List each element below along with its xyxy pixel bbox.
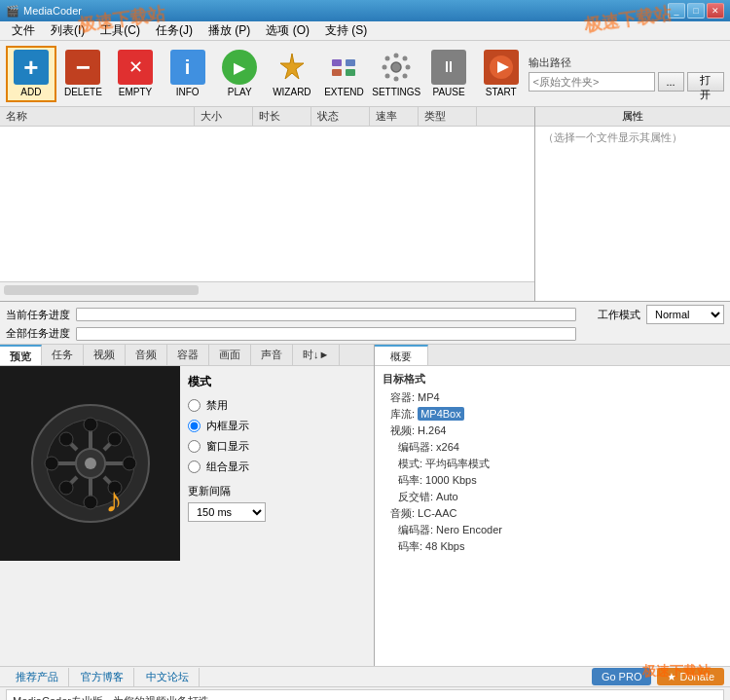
info-label: INFO — [176, 87, 200, 97]
minimize-button[interactable]: _ — [668, 3, 685, 18]
horizontal-scrollbar[interactable] — [0, 281, 534, 297]
play-button[interactable]: ▶ PLAY — [214, 46, 265, 102]
svg-point-12 — [403, 56, 408, 61]
svg-point-35 — [59, 481, 73, 495]
container-info: 容器: MP4 — [390, 390, 722, 405]
info-area: MediaCoder专业版 - 为您的视频业务打造 MediaCoder VOD… — [6, 689, 724, 700]
interval-label: 更新间隔 — [188, 484, 366, 498]
svg-point-7 — [394, 77, 399, 82]
settings-icon — [379, 50, 414, 85]
pause-label: PAUSE — [433, 87, 465, 97]
recommended-link[interactable]: 推荐产品 — [6, 668, 69, 686]
empty-button[interactable]: ✕ EMPTY — [110, 46, 161, 102]
open-button[interactable]: 打开 — [687, 72, 724, 92]
blog-link[interactable]: 官方博客 — [71, 668, 134, 686]
settings-button[interactable]: SETTINGS — [371, 46, 421, 102]
properties-body: （选择一个文件显示其属性） — [535, 127, 730, 149]
svg-point-32 — [59, 432, 73, 446]
current-progress-bar — [76, 308, 576, 321]
tab-container[interactable]: 容器 — [167, 345, 209, 365]
left-panel: 预览 任务 视频 音频 容器 画面 声音 时↓► — [0, 345, 375, 666]
svg-point-10 — [385, 56, 390, 61]
svg-point-34 — [108, 432, 122, 446]
empty-label: EMPTY — [119, 87, 152, 97]
donate-button[interactable]: ★ Donate — [657, 668, 724, 685]
tab-task[interactable]: 任务 — [42, 345, 84, 365]
menu-play[interactable]: 播放 (P) — [201, 20, 258, 41]
svg-point-28 — [84, 418, 97, 431]
forum-link[interactable]: 中文论坛 — [136, 668, 200, 686]
browse-button[interactable]: ... — [658, 72, 684, 92]
interval-select[interactable]: 150 ms 50 ms 100 ms 200 ms 500 ms — [188, 502, 266, 522]
current-progress-label: 当前任务进度 — [6, 308, 70, 322]
menu-options[interactable]: 选项 (O) — [258, 20, 317, 41]
tab-time[interactable]: 时↓► — [293, 345, 340, 365]
app-icon: 🎬 — [6, 5, 19, 18]
mode-combo[interactable]: 组合显示 — [188, 460, 366, 474]
delete-button[interactable]: − DELETE — [58, 46, 109, 102]
bottom-links: 推荐产品 官方博客 中文论坛 Go PRO ★ Donate — [0, 666, 730, 687]
info-line-1: MediaCoder专业版 - 为您的视频业务打造 — [13, 693, 717, 700]
tab-frame[interactable]: 画面 — [209, 345, 251, 365]
svg-point-8 — [383, 65, 387, 70]
tab-audio[interactable]: 音频 — [126, 345, 167, 365]
pause-button[interactable]: ⏸ PAUSE — [423, 46, 474, 102]
tabs-section: 预览 任务 视频 音频 容器 画面 声音 时↓► — [0, 345, 730, 666]
toolbar: + ADD − DELETE ✕ EMPTY i INFO ▶ PLAY — [0, 41, 730, 107]
col-header-name: 名称 — [0, 107, 195, 126]
work-mode-select[interactable]: Normal Batch Custom — [646, 305, 724, 324]
svg-point-6 — [394, 54, 399, 58]
library-highlight: MP4Box — [418, 407, 464, 421]
extend-label: EXTEND — [324, 87, 364, 97]
menu-tools[interactable]: 工具(C) — [92, 20, 148, 41]
mode-inframe[interactable]: 内框显示 — [188, 419, 366, 433]
col-header-status: 状态 — [311, 107, 370, 126]
total-progress-label: 全部任务进度 — [6, 326, 70, 341]
delete-icon: − — [65, 50, 100, 85]
work-mode-label: 工作模式 — [582, 308, 640, 322]
svg-point-31 — [123, 457, 136, 470]
tab-video[interactable]: 视频 — [84, 345, 126, 365]
radio-group: 禁用 内框显示 窗口显示 组合显示 — [188, 398, 366, 474]
right-panel: 概要 目标格式 容器: MP4 库流: MP4Box 视频: H.264 编码器… — [375, 345, 730, 666]
add-button[interactable]: + ADD — [6, 46, 56, 102]
wizard-button[interactable]: WIZARD — [267, 46, 317, 102]
menu-file[interactable]: 文件 — [4, 20, 43, 41]
info-button[interactable]: i INFO — [163, 46, 213, 102]
tab-bar: 预览 任务 视频 音频 容器 画面 声音 时↓► — [0, 345, 374, 366]
extend-button[interactable]: EXTEND — [319, 46, 370, 102]
output-path-input[interactable] — [529, 72, 655, 92]
svg-point-9 — [406, 65, 411, 70]
app-title: MediaCoder — [23, 5, 82, 17]
title-bar: 🎬 MediaCoder _ □ ✕ — [0, 0, 730, 21]
summary-tab[interactable]: 概要 — [375, 345, 428, 365]
mode-disabled[interactable]: 禁用 — [188, 398, 366, 413]
go-pro-button[interactable]: Go PRO — [592, 668, 652, 685]
tab-preview[interactable]: 预览 — [0, 345, 42, 365]
output-path-group: 输出路径 ... 打开 — [529, 55, 725, 92]
svg-rect-2 — [346, 59, 355, 66]
preview-image: ♪ — [13, 386, 168, 541]
wizard-label: WIZARD — [273, 87, 310, 97]
tab-sound[interactable]: 声音 — [251, 345, 293, 365]
svg-point-19 — [85, 458, 96, 469]
maximize-button[interactable]: □ — [687, 3, 705, 18]
menu-support[interactable]: 支持 (S) — [317, 20, 375, 41]
start-icon — [484, 50, 519, 85]
play-label: PLAY — [228, 87, 252, 97]
col-header-speed: 速率 — [370, 107, 419, 126]
video-info: 视频: H.264 — [390, 424, 722, 438]
target-format-title: 目标格式 — [383, 372, 722, 387]
file-list-body[interactable] — [0, 127, 534, 281]
mode-panel: 模式 禁用 内框显示 窗口显示 — [180, 366, 374, 666]
close-button[interactable]: ✕ — [707, 3, 724, 18]
menu-list[interactable]: 列表(I) — [43, 20, 92, 41]
svg-point-13 — [385, 74, 390, 79]
start-button[interactable]: START — [476, 46, 527, 102]
svg-point-11 — [403, 74, 408, 79]
properties-header: 属性 — [535, 107, 730, 127]
mode-window[interactable]: 窗口显示 — [188, 439, 366, 454]
start-label: START — [486, 87, 517, 97]
file-list: 名称 大小 时长 状态 速率 类型 — [0, 107, 535, 301]
menu-task[interactable]: 任务(J) — [148, 20, 201, 41]
